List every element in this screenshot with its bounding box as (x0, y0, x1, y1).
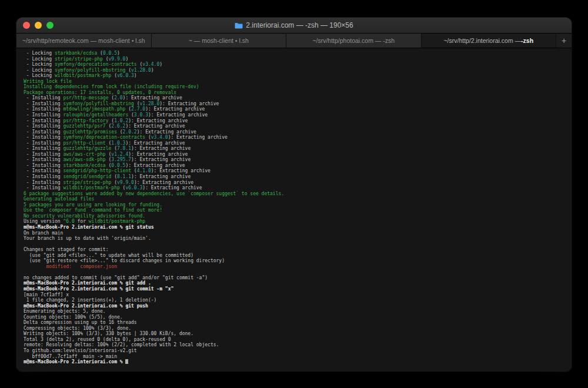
text-segment: (use "git add <file>..." to update what … (24, 253, 193, 258)
text-segment: symfony/polyfill-mbstring (63, 101, 133, 106)
terminal-line: Writing lock file (24, 79, 567, 85)
window-titlebar[interactable]: 2.interiorai.com — -zsh — 190×56 (16, 18, 572, 34)
tab-3[interactable]: ~/srv/http/photoai.com — -zsh (286, 34, 422, 48)
text-segment: stripe/stripe-php (55, 56, 103, 62)
text-segment: v6.0.3 (117, 73, 134, 78)
text-segment: Writing lock file (24, 79, 72, 84)
text-segment: - Locking (24, 68, 55, 73)
text-segment: - Installing (24, 152, 63, 157)
terminal-line: To github.com:levelsio/interiorai-v2.git (24, 348, 567, 354)
terminal-line: - Installing mtdowling/jmespath.php (2.7… (24, 106, 567, 112)
text-segment: 0.0.5 (111, 163, 125, 168)
text-segment: guzzlehttp/psr7 (63, 123, 105, 129)
text-segment: modified: composer.json (24, 264, 117, 269)
text-segment: ( (128, 112, 134, 118)
text-segment: ( (106, 157, 112, 162)
terminal-line: - Locking symfony/deprecation-contracts … (24, 62, 567, 68)
terminal-line: - Installing stripe/stripe-php (v9.9.0):… (24, 180, 567, 186)
text-segment: ): Extracting archive (142, 185, 202, 190)
text-segment: psr/http-factory (63, 118, 108, 123)
text-segment: v3.4.0 (142, 62, 159, 67)
tab-label: ~/srv/http/remoteok.com — mosh-client • … (22, 37, 145, 44)
text-segment: On branch main (24, 230, 63, 236)
terminal-line: - Installing wildbit/postmark-php (v6.0.… (24, 185, 567, 191)
terminal-window: 2.interiorai.com — -zsh — 190×56 ~/srv/h… (16, 18, 572, 372)
tab-1[interactable]: ~/srv/http/remoteok.com — mosh-client • … (16, 34, 152, 48)
tab-label: ~ — mosh-client • l.sh (189, 37, 249, 44)
text-segment: v9.9.0 (117, 180, 134, 185)
text-segment: [main 7cf1aff] x (24, 292, 69, 297)
text-segment: ( (106, 163, 112, 168)
zoom-button[interactable] (46, 22, 54, 29)
text-segment: - Locking (24, 51, 55, 56)
text-segment: mtdowling/jmespath.php (63, 106, 125, 112)
close-button[interactable] (23, 22, 30, 29)
text-segment: ): Extracting archive (131, 146, 191, 151)
text-segment: ( (106, 141, 112, 146)
text-segment: 2.7.0 (131, 106, 145, 112)
terminal-line: Changes not staged for commit: (24, 247, 567, 253)
text-segment: ): Extracting archive (131, 157, 191, 162)
text-segment: ): Extracting archive (125, 123, 185, 129)
text-segment: Counting objects: 100% (5/5), done. (24, 315, 123, 320)
text-segment: ) (117, 51, 120, 56)
text-segment: Writing objects: 100% (3/3), 330 bytes |… (24, 331, 193, 336)
terminal-line: - Locking wildbit/postmark-php (v6.0.3) (24, 73, 567, 79)
new-tab-button[interactable]: + (556, 34, 572, 48)
text-segment: starkbank/ecdsa (55, 51, 97, 56)
traffic-lights (16, 22, 54, 29)
terminal-line: - Installing symfony/deprecation-contrac… (24, 135, 567, 141)
terminal-line: No security vulnerability advisories fou… (24, 213, 567, 219)
text-segment: 8.1.1 (117, 174, 131, 179)
terminal-line: Installing dependencies from lock file (… (24, 84, 567, 90)
terminal-line: Package operations: 17 installs, 0 updat… (24, 90, 567, 96)
text-segment: ( (111, 146, 117, 151)
text-segment: - Locking (24, 56, 55, 62)
terminal-line: - Installing guzzlehttp/guzzle (7.8.1): … (24, 146, 567, 152)
terminal-line: - Installing sendgrid/php-http-client (4… (24, 168, 567, 174)
text-segment: ) (159, 62, 162, 67)
text-segment: - Installing (24, 185, 63, 190)
text-segment: ( (131, 168, 137, 173)
text-segment: ): Extracting archive (145, 106, 205, 112)
text-segment: ): Extracting archive (137, 129, 196, 135)
text-segment: ): Extracting archive (131, 174, 191, 179)
terminal-line: remote: Resolving deltas: 100% (2/2), co… (24, 342, 567, 348)
terminal-line: - Locking stripe/stripe-php (v9.9.0) (24, 56, 567, 62)
terminal-content[interactable]: - Locking starkbank/ecdsa (0.0.5) - Lock… (16, 48, 572, 372)
text-segment: v1.28.0 (131, 68, 151, 73)
tab-2[interactable]: ~ — mosh-client • l.sh (152, 34, 287, 48)
tab-label-process: -zsh (521, 37, 533, 44)
text-segment: v1.2.4 (111, 152, 128, 157)
text-segment: 1.0.2 (114, 118, 128, 123)
text-segment: - Installing (24, 106, 63, 112)
minimize-button[interactable] (35, 22, 42, 29)
text-segment: remote: Resolving deltas: 100% (2/2), co… (24, 342, 219, 347)
tab-4[interactable]: ~/srv/http/2.interiorai.com — -zsh (422, 34, 557, 48)
terminal-line: bff00d7..7cf1aff main -> main (24, 354, 567, 360)
terminal-line: Delta compression using up to 16 threads (24, 320, 567, 326)
terminal-line: Writing objects: 100% (3/3), 330 bytes |… (24, 331, 567, 337)
text-segment: wildbit/postmark-php (63, 185, 119, 190)
text-segment: m@ms-MacBook-Pro 2.interiorai.com % git … (24, 225, 154, 230)
terminal-line: - Installing sendgrid/sendgrid (8.1.1): … (24, 174, 567, 180)
text-segment: - Installing (24, 168, 63, 173)
text-segment: v3.4.0 (151, 135, 168, 140)
text-segment: ) (125, 56, 128, 62)
terminal-cursor (125, 359, 128, 364)
text-segment: - Installing (24, 141, 63, 146)
text-segment: ( (120, 185, 126, 190)
text-segment: ): Extracting archive (151, 168, 211, 173)
text-segment: (use "git restore <file>..." to discard … (24, 258, 225, 263)
terminal-line: m@ms-MacBook-Pro 2.interiorai.com % (24, 359, 567, 365)
text-segment: - Installing (24, 135, 63, 140)
text-segment: guzzlehttp/promises (63, 129, 117, 135)
text-segment: - Installing (24, 180, 63, 185)
terminal-line: 1 file changed, 2 insertions(+), 1 delet… (24, 297, 567, 303)
text-segment: Compressing objects: 100% (3/3), done. (24, 326, 131, 331)
text-segment: ralouphie/getallheaders (63, 112, 128, 118)
terminal-line: no changes added to commit (use "git add… (24, 275, 567, 281)
text-segment: v9.9.0 (109, 56, 126, 62)
text-segment: - Installing (24, 123, 63, 129)
text-segment: Package operations: 17 installs, 0 updat… (24, 90, 176, 95)
